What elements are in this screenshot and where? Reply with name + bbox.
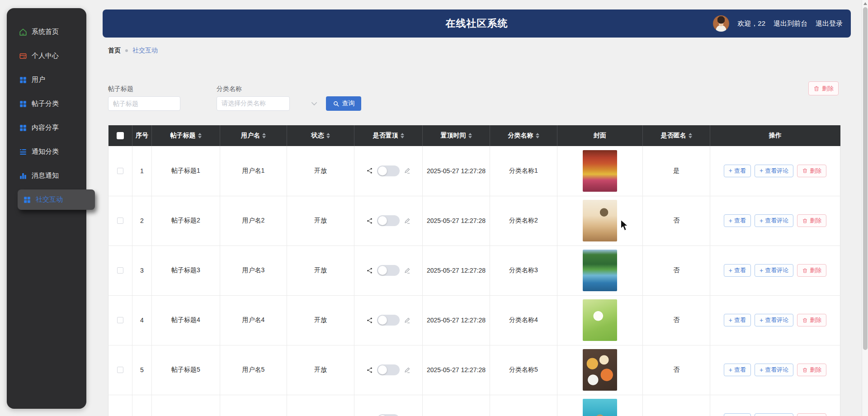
posts-table: 序号 帖子标题 用户名 状态 是否置顶 置顶时间 分类名称 封面 是否匿名 操作… xyxy=(108,125,840,416)
row-checkbox[interactable] xyxy=(117,367,123,373)
pin-toggle[interactable] xyxy=(377,165,400,176)
delete-button[interactable]: 删除 xyxy=(797,364,826,376)
row-post-title: 帖子标题1 xyxy=(152,146,220,196)
category-select[interactable]: 请选择分类名称 xyxy=(217,96,290,111)
list-icon xyxy=(19,148,27,156)
sidebar-item-users[interactable]: 用户 xyxy=(7,68,86,92)
exit-to-front-link[interactable]: 退出到前台 xyxy=(774,19,807,28)
plus-icon xyxy=(729,317,732,324)
col-pin-time[interactable]: 置顶时间 xyxy=(423,125,490,146)
sort-caret[interactable] xyxy=(468,133,472,138)
plus-icon xyxy=(760,267,763,274)
row-index: 3 xyxy=(132,246,152,295)
plus-icon xyxy=(729,217,732,224)
home-icon xyxy=(19,28,27,36)
pin-toggle[interactable] xyxy=(377,414,400,416)
row-index: 4 xyxy=(132,295,152,345)
delete-button[interactable]: 删除 xyxy=(797,214,826,227)
delete-button[interactable]: 删除 xyxy=(797,165,826,177)
row-checkbox[interactable] xyxy=(117,168,123,174)
col-pinned[interactable]: 是否置顶 xyxy=(354,125,423,146)
row-status: 开放 xyxy=(287,295,354,345)
edit-pencil-icon[interactable] xyxy=(404,267,410,274)
sidebar-item-messages[interactable]: 消息通知 xyxy=(7,164,86,188)
pin-time: 2025-05-27 12:27:28 xyxy=(424,166,488,175)
breadcrumb-current[interactable]: 社交互动 xyxy=(132,47,158,55)
chevron-down-icon xyxy=(310,99,318,108)
scrollbar-thumb[interactable] xyxy=(863,7,868,350)
sidebar-item-label: 通知分类 xyxy=(32,147,59,156)
sidebar-item-home[interactable]: 系统首页 xyxy=(7,20,86,44)
delete-button[interactable]: 删除 xyxy=(797,264,826,277)
view-button[interactable]: 查看 xyxy=(724,314,751,326)
col-anonymous[interactable]: 是否匿名 xyxy=(643,125,710,146)
sort-caret[interactable] xyxy=(536,133,539,138)
sort-caret[interactable] xyxy=(689,133,692,138)
view-comments-button[interactable]: 查看评论 xyxy=(755,413,793,416)
edit-pencil-icon[interactable] xyxy=(404,367,410,373)
view-button[interactable]: 查看 xyxy=(724,413,751,416)
sidebar-item-social-interaction[interactable]: 社交互动 xyxy=(18,189,95,210)
row-checkbox[interactable] xyxy=(117,217,123,224)
edit-pencil-icon[interactable] xyxy=(404,167,410,174)
edit-pencil-icon[interactable] xyxy=(404,217,410,224)
row-category xyxy=(490,395,557,416)
pin-toggle[interactable] xyxy=(377,364,400,375)
delete-button[interactable]: 删除 xyxy=(797,314,826,326)
view-button[interactable]: 查看 xyxy=(724,165,751,177)
col-post-title[interactable]: 帖子标题 xyxy=(152,125,220,146)
sidebar-item-notice-categories[interactable]: 通知分类 xyxy=(7,140,86,164)
pin-toggle[interactable] xyxy=(377,265,400,276)
view-button[interactable]: 查看 xyxy=(724,364,751,376)
sort-caret[interactable] xyxy=(401,133,404,138)
view-comments-button[interactable]: 查看评论 xyxy=(755,165,793,177)
sidebar-item-profile[interactable]: 个人中心 xyxy=(7,44,86,68)
row-post-title: 帖子标题4 xyxy=(152,295,220,345)
sort-caret[interactable] xyxy=(262,133,266,138)
grid-icon xyxy=(23,196,31,204)
page: 系统首页 个人中心 用户 帖子分类 xyxy=(0,0,868,416)
select-all-checkbox[interactable] xyxy=(117,132,124,139)
row-username: 用户名3 xyxy=(220,246,287,295)
breadcrumb-home[interactable]: 首页 xyxy=(108,47,121,55)
cover-image[interactable] xyxy=(583,250,617,291)
col-username[interactable]: 用户名 xyxy=(220,125,287,146)
post-title-input[interactable] xyxy=(108,96,180,111)
search-button[interactable]: 查询 xyxy=(326,96,361,111)
cover-image[interactable] xyxy=(583,299,617,341)
col-status[interactable]: 状态 xyxy=(287,125,354,146)
cover-image[interactable] xyxy=(583,399,617,416)
row-anonymous xyxy=(643,395,710,416)
header: 在线社区系统 欢迎，22 退出到前台 退出登录 xyxy=(103,9,851,38)
row-checkbox[interactable] xyxy=(117,317,123,323)
sidebar-item-label: 帖子分类 xyxy=(32,99,59,108)
pin-time: 2025-05-27 12:27:28 xyxy=(424,316,488,325)
cover-image[interactable] xyxy=(583,349,617,391)
row-post-title: 帖子标题5 xyxy=(152,345,220,395)
pin-toggle[interactable] xyxy=(377,215,400,226)
row-status: 开放 xyxy=(287,196,354,246)
sort-caret[interactable] xyxy=(326,133,330,138)
bulk-delete-button[interactable]: 删除 xyxy=(808,81,839,95)
cover-image[interactable] xyxy=(583,150,617,192)
view-button[interactable]: 查看 xyxy=(724,214,751,227)
view-comments-button[interactable]: 查看评论 xyxy=(755,364,793,376)
logout-link[interactable]: 退出登录 xyxy=(816,19,843,28)
view-comments-button[interactable]: 查看评论 xyxy=(755,214,793,227)
row-post-title xyxy=(152,395,220,416)
sidebar-item-content-share[interactable]: 内容分享 xyxy=(7,116,86,140)
row-checkbox[interactable] xyxy=(117,267,123,274)
sidebar-item-post-categories[interactable]: 帖子分类 xyxy=(7,92,86,116)
pin-toggle[interactable] xyxy=(377,315,400,326)
trash-icon xyxy=(802,317,808,323)
view-button[interactable]: 查看 xyxy=(724,264,751,277)
view-comments-button[interactable]: 查看评论 xyxy=(755,314,793,326)
scrollbar-up-arrow-icon[interactable] xyxy=(863,2,867,5)
delete-button[interactable]: 删除 xyxy=(797,413,826,416)
view-comments-button[interactable]: 查看评论 xyxy=(755,264,793,277)
edit-pencil-icon[interactable] xyxy=(404,317,410,324)
col-category[interactable]: 分类名称 xyxy=(490,125,557,146)
cover-image[interactable] xyxy=(583,200,617,241)
row-anonymous: 否 xyxy=(643,345,710,395)
sort-caret[interactable] xyxy=(198,133,202,138)
